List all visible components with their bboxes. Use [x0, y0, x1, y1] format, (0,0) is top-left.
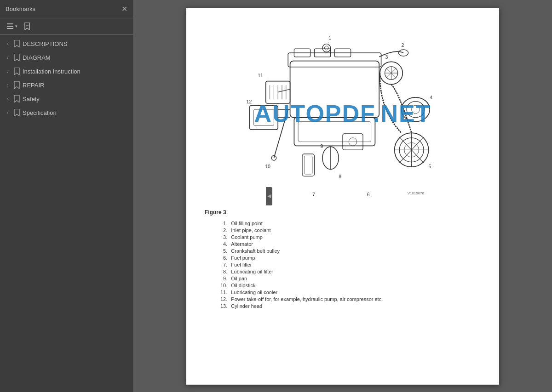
chevron-icon: ›: [5, 55, 11, 60]
sidebar-item-repair[interactable]: › REPAIR: [0, 78, 133, 92]
svg-rect-4: [290, 61, 380, 117]
parts-list: 1. Oil filling point 2. Inlet pipe, cool…: [218, 220, 494, 310]
part-number: 5.: [218, 248, 229, 255]
engine-diagram: 1 2 3 4 5 6 7 8 9 10 11 12 V1015076: [242, 22, 444, 205]
figure-caption: Figure 3: [205, 209, 226, 216]
sidebar-header: Bookmarks ✕: [0, 0, 133, 18]
bookmark-label: Installation Instruction: [23, 68, 80, 75]
sidebar-item-safety[interactable]: › Safety: [0, 92, 133, 106]
bookmark-icon: [14, 95, 20, 102]
svg-text:5: 5: [429, 163, 431, 169]
bookmark-label: Safety: [23, 96, 40, 102]
svg-text:V1015076: V1015076: [408, 191, 425, 195]
table-row: 13. Cylinder head: [218, 303, 385, 310]
part-number: 8.: [218, 268, 229, 275]
svg-point-18: [402, 97, 430, 121]
svg-rect-29: [298, 121, 371, 142]
part-description: Lubricating oil filter: [229, 268, 385, 275]
table-row: 8. Lubricating oil filter: [218, 268, 385, 275]
svg-rect-33: [304, 156, 312, 174]
part-number: 11.: [218, 289, 229, 296]
part-number: 2.: [218, 227, 229, 234]
sidebar-toolbar: ▾: [0, 18, 133, 34]
svg-text:9: 9: [321, 143, 323, 148]
part-description: Crankshaft belt pulley: [229, 248, 385, 255]
part-description: Oil pan: [229, 275, 385, 282]
svg-rect-1: [7, 26, 13, 27]
table-row: 12. Power take-off for, for example, hyd…: [218, 296, 385, 303]
svg-point-20: [412, 105, 420, 114]
part-number: 7.: [218, 261, 229, 268]
collapse-handle[interactable]: ◀: [266, 187, 272, 205]
sidebar-title: Bookmarks: [6, 6, 35, 12]
svg-text:7: 7: [312, 192, 315, 197]
part-number: 10.: [218, 282, 229, 289]
svg-rect-45: [253, 109, 274, 125]
part-number: 4.: [218, 241, 229, 248]
list-icon: [7, 23, 14, 29]
bookmark-icon: [14, 68, 20, 75]
sidebar-item-installation-instruction[interactable]: › Installation Instruction: [0, 64, 133, 78]
part-description: Coolant pump: [229, 234, 385, 241]
chevron-icon: ›: [5, 83, 11, 88]
part-description: Inlet pipe, coolant: [229, 227, 385, 234]
bookmark-label: DESCRIPTIONS: [23, 40, 68, 47]
bookmark-label: Specification: [23, 109, 57, 116]
chevron-icon: ›: [5, 69, 11, 74]
table-row: 10. Oil dipstick: [218, 282, 385, 289]
bookmark-list: › DESCRIPTIONS › DIAGRAM › Installation …: [0, 35, 133, 392]
bookmark-view-button[interactable]: [22, 21, 33, 31]
table-row: 3. Coolant pump: [218, 234, 385, 241]
part-number: 1.: [218, 220, 229, 227]
sidebar: Bookmarks ✕ ▾ › DESCRIPTIONS ›: [0, 0, 133, 392]
svg-rect-3: [26, 25, 29, 26]
part-description: Oil filling point: [229, 220, 385, 227]
svg-rect-0: [7, 23, 13, 24]
table-row: 7. Fuel filter: [218, 261, 385, 268]
svg-text:10: 10: [265, 163, 270, 169]
part-description: Fuel pump: [229, 255, 385, 261]
part-description: Fuel filter: [229, 261, 385, 268]
bookmark-icon: [14, 109, 20, 116]
list-view-button[interactable]: ▾: [5, 22, 20, 31]
svg-line-46: [278, 89, 290, 92]
part-description: Lubricating oil cooler: [229, 289, 385, 296]
svg-point-10: [324, 46, 328, 50]
parts-table: 1. Oil filling point 2. Inlet pipe, cool…: [218, 220, 385, 310]
table-row: 6. Fuel pump: [218, 255, 385, 261]
svg-text:2: 2: [402, 42, 404, 47]
svg-text:4: 4: [430, 95, 432, 100]
svg-text:11: 11: [258, 72, 263, 78]
table-row: 1. Oil filling point: [218, 220, 385, 227]
table-row: 9. Oil pan: [218, 275, 385, 282]
bookmark-icon: [14, 81, 20, 89]
part-number: 9.: [218, 275, 229, 282]
close-button[interactable]: ✕: [121, 6, 127, 13]
sidebar-item-diagram[interactable]: › DIAGRAM: [0, 51, 133, 64]
part-description: Power take-off for, for example, hydraul…: [229, 296, 385, 303]
chevron-icon: ›: [5, 97, 11, 102]
svg-text:8: 8: [339, 173, 341, 179]
table-row: 2. Inlet pipe, coolant: [218, 227, 385, 234]
bookmark-view-icon: [24, 23, 30, 30]
part-description: Cylinder head: [229, 303, 385, 310]
sidebar-item-specification[interactable]: › Specification: [0, 106, 133, 119]
chevron-icon: ›: [5, 41, 11, 46]
engine-svg: 1 2 3 4 5 6 7 8 9 10 11 12 V1015076: [242, 22, 444, 205]
bookmark-icon: [14, 40, 20, 47]
collapse-icon: ◀: [267, 193, 271, 199]
part-number: 6.: [218, 255, 229, 261]
part-number: 13.: [218, 303, 229, 310]
svg-text:6: 6: [367, 192, 370, 197]
dropdown-arrow: ▾: [15, 24, 17, 28]
svg-rect-2: [7, 28, 13, 29]
svg-text:1: 1: [328, 35, 331, 40]
sidebar-item-descriptions[interactable]: › DESCRIPTIONS: [0, 37, 133, 51]
svg-line-36: [274, 109, 288, 158]
part-number: 12.: [218, 296, 229, 303]
part-description: Alternator: [229, 241, 385, 248]
chevron-icon: ›: [5, 110, 11, 115]
table-row: 5. Crankshaft belt pulley: [218, 248, 385, 255]
svg-text:3: 3: [385, 54, 388, 60]
svg-point-9: [322, 44, 331, 52]
